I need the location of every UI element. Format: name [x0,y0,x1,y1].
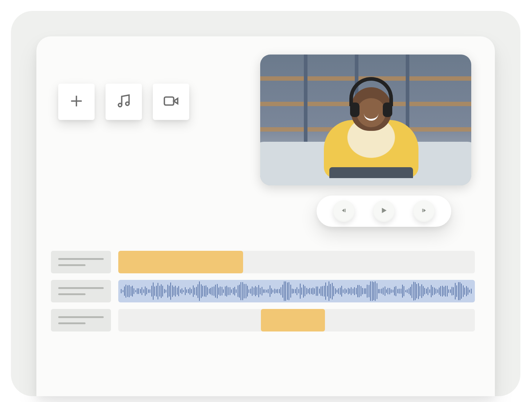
placeholder-line [58,258,104,260]
music-icon [116,93,132,110]
step-forward-button[interactable] [413,200,435,222]
audio-clip[interactable] [118,280,475,302]
device-frame [11,11,520,396]
video-preview[interactable] [260,55,471,185]
track-header[interactable] [51,309,111,331]
play-button[interactable] [373,200,395,222]
effect-clip[interactable] [261,309,325,331]
svg-rect-7 [345,209,346,212]
plus-icon [68,93,84,110]
add-video-button[interactable] [153,84,189,120]
playback-controls [317,196,451,227]
timeline [51,251,475,331]
step-back-icon [341,208,347,215]
add-audio-button[interactable] [106,84,142,120]
placeholder-line [58,287,104,289]
add-media-button[interactable] [58,84,95,120]
svg-marker-9 [424,209,426,212]
step-back-button[interactable] [333,200,355,222]
svg-point-3 [126,102,129,105]
placeholder-line [58,293,86,295]
svg-point-2 [118,103,122,106]
track-lane[interactable] [118,251,475,273]
svg-marker-8 [382,208,387,213]
timeline-track [51,309,475,331]
placeholder-line [58,264,86,266]
placeholder-line [58,322,86,324]
track-header[interactable] [51,280,111,302]
timeline-track [51,280,475,302]
video-icon [163,93,179,110]
svg-rect-4 [164,97,174,105]
timeline-track [51,251,475,273]
step-forward-icon [421,208,427,215]
svg-marker-6 [342,209,345,212]
editor-panel [36,36,495,396]
track-lane[interactable] [118,309,475,331]
svg-rect-10 [422,209,423,212]
preview-thumbnail [260,55,471,185]
track-header[interactable] [51,251,111,273]
placeholder-line [58,316,104,318]
video-clip[interactable] [118,251,243,273]
play-icon [380,206,388,216]
track-lane[interactable] [118,280,475,302]
media-toolbar [58,84,189,120]
